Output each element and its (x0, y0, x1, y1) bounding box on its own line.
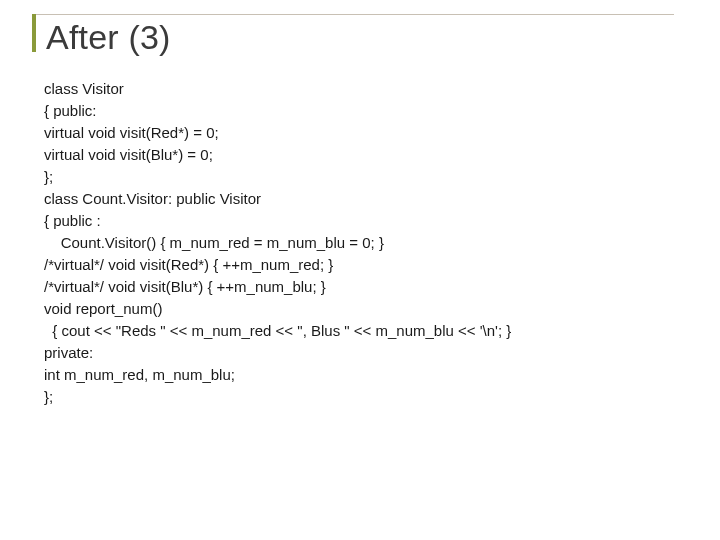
top-rule (32, 14, 674, 15)
slide: After (3) class Visitor { public: virtua… (0, 0, 720, 540)
title-accent-bar (32, 14, 36, 52)
slide-title: After (3) (46, 18, 171, 57)
code-block: class Visitor { public: virtual void vis… (44, 78, 684, 408)
